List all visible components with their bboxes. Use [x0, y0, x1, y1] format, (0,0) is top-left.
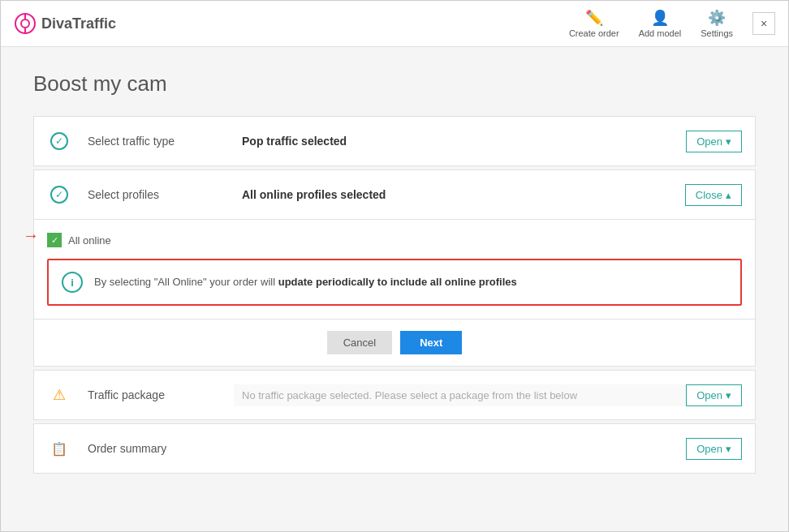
- page-content: Boost my cam ✓ Select traffic type Pop t…: [1, 47, 788, 531]
- chevron-up-icon: ▴: [726, 189, 731, 201]
- add-model-icon: 👤: [651, 9, 669, 27]
- step-traffic-type-icon: ✓: [47, 132, 71, 150]
- chevron-down-icon: ▾: [726, 135, 731, 148]
- step-order-summary: 📋 Order summary Open ▾: [33, 423, 756, 474]
- step-summary-label: Order summary: [71, 442, 234, 455]
- package-open-button[interactable]: Open ▾: [686, 384, 742, 406]
- logo-icon: [14, 12, 37, 35]
- clipboard-icon: 📋: [50, 440, 68, 457]
- all-online-checkbox[interactable]: ✓: [47, 233, 62, 247]
- svg-point-1: [21, 19, 29, 28]
- step-order-summary-row: 📋 Order summary Open ▾: [34, 424, 755, 473]
- warning-triangle-icon: ⚠: [50, 386, 68, 404]
- check-circle-icon-2: ✓: [50, 186, 68, 204]
- step-traffic-type: ✓ Select traffic type Pop traffic select…: [33, 116, 756, 166]
- step-select-profiles: ✓ Select profiles All online profiles se…: [33, 169, 756, 367]
- info-highlight: update periodically to include all onlin…: [278, 276, 517, 288]
- nav-actions: ✏️ Create order 👤 Add model ⚙️ Settings …: [569, 9, 775, 38]
- create-order-icon: ✏️: [585, 9, 603, 27]
- cancel-button[interactable]: Cancel: [327, 331, 392, 354]
- step-profiles-icon: ✓: [47, 186, 71, 204]
- summary-open-button[interactable]: Open ▾: [686, 438, 742, 460]
- traffic-type-open-button[interactable]: Open ▾: [686, 131, 742, 152]
- step-traffic-type-row: ✓ Select traffic type Pop traffic select…: [34, 117, 755, 165]
- step-actions-row: Cancel Next: [34, 319, 755, 366]
- add-model-nav[interactable]: 👤 Add model: [639, 9, 682, 38]
- profiles-close-button[interactable]: Close ▴: [685, 184, 742, 206]
- red-arrow-indicator: →: [23, 226, 39, 245]
- all-online-label: All online: [68, 234, 111, 247]
- create-order-nav[interactable]: ✏️ Create order: [569, 9, 619, 38]
- step-package-value: No traffic package selected. Please sele…: [234, 384, 686, 406]
- info-message: By selecting "All Online" your order wil…: [94, 274, 517, 290]
- step-package-label: Traffic package: [71, 388, 234, 401]
- step-select-profiles-row: ✓ Select profiles All online profiles se…: [34, 170, 755, 219]
- profiles-expanded-content: → ✓ All online i By selecting "All Onlin…: [34, 219, 755, 319]
- page-title: Boost my cam: [33, 71, 756, 97]
- step-profiles-label: Select profiles: [71, 188, 234, 201]
- step-summary-icon: 📋: [47, 440, 71, 457]
- step-traffic-type-value: Pop traffic selected: [234, 135, 686, 148]
- info-circle-icon: i: [62, 272, 83, 293]
- settings-icon: ⚙️: [708, 9, 726, 27]
- step-profiles-value: All online profiles selected: [234, 188, 685, 201]
- step-traffic-type-label: Select traffic type: [71, 135, 234, 148]
- check-circle-icon: ✓: [50, 132, 68, 150]
- chevron-down-icon-2: ▾: [726, 389, 731, 401]
- close-button[interactable]: ×: [752, 12, 775, 35]
- titlebar: DivaTraffic ✏️ Create order 👤 Add model …: [1, 1, 788, 47]
- step-package-icon: ⚠: [47, 386, 71, 404]
- settings-nav[interactable]: ⚙️ Settings: [701, 9, 733, 38]
- step-traffic-package: ⚠ Traffic package No traffic package sel…: [33, 370, 756, 420]
- main-window: DivaTraffic ✏️ Create order 👤 Add model …: [0, 0, 789, 532]
- all-online-checkbox-row: ✓ All online: [47, 230, 742, 251]
- step-traffic-package-row: ⚠ Traffic package No traffic package sel…: [34, 371, 755, 419]
- next-button[interactable]: Next: [400, 331, 462, 354]
- chevron-down-icon-3: ▾: [726, 443, 731, 455]
- logo: DivaTraffic: [14, 12, 116, 35]
- logo-text: DivaTraffic: [41, 15, 116, 32]
- info-box: i By selecting "All Online" your order w…: [47, 259, 742, 306]
